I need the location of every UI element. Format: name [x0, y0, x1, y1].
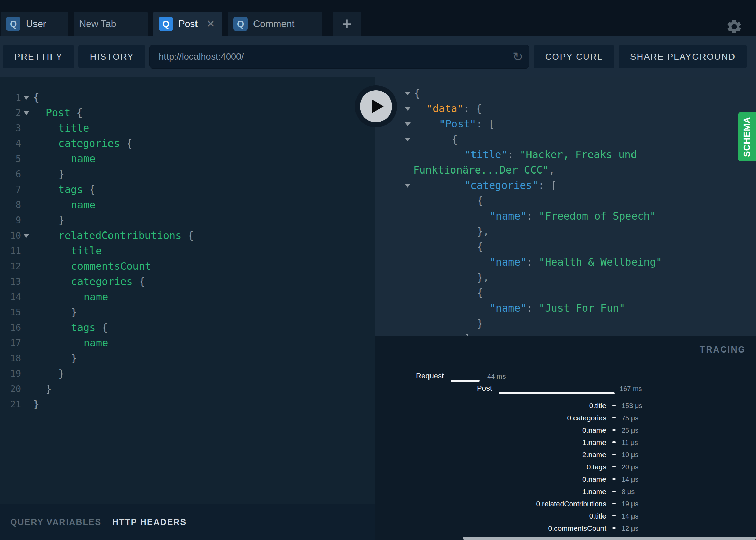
query-editor[interactable]: 1{2Post {3title4categories {5name6}7tags…: [0, 77, 375, 504]
response-code-line: "data": {: [375, 101, 756, 116]
line-number: 16: [0, 320, 21, 335]
query-code-line: 13categories {: [0, 274, 375, 289]
tracing-row-field: 1.name: [375, 487, 606, 496]
chevron-down-icon[interactable]: [405, 107, 411, 111]
chevron-down-icon[interactable]: [405, 138, 411, 141]
tracing-row-field: 2.name: [375, 451, 606, 459]
line-number: 3: [0, 120, 21, 136]
response-code-line: ]: [375, 331, 756, 336]
response-pane: {"data": {"Post": [{"title": "Hacker, Fr…: [375, 77, 756, 336]
chevron-down-icon[interactable]: [23, 234, 29, 238]
http-headers-tab[interactable]: HTTP HEADERS: [112, 517, 187, 527]
tracing-row-duration-bar: [612, 429, 616, 431]
tracing-row-time: 14 μs: [622, 512, 638, 520]
line-number: 9: [0, 212, 21, 228]
tracing-row-duration-bar: [612, 515, 616, 516]
tracing-row-time: 14 μs: [622, 476, 638, 483]
tracing-row-duration-bar: [612, 478, 616, 480]
query-code-line: 17name: [0, 335, 375, 350]
line-number: 5: [0, 151, 21, 166]
settings-gear-icon[interactable]: [726, 18, 743, 35]
query-variables-tab[interactable]: QUERY VARIABLES: [10, 517, 101, 527]
graphql-playground-window: QUserNew TabQPost✕QComment+ PRETTIFY HIS…: [0, 0, 756, 540]
query-code-line: 14name: [0, 289, 375, 304]
line-number: 2: [0, 105, 21, 120]
query-code-line: 20}: [0, 381, 375, 396]
tracing-row-time: 25 μs: [622, 426, 638, 434]
tracing-row-time: 19 μs: [622, 500, 638, 508]
history-button[interactable]: HISTORY: [78, 45, 146, 68]
chevron-down-icon[interactable]: [405, 122, 411, 126]
tracing-row-duration-bar: [612, 441, 616, 443]
query-badge: Q: [233, 17, 248, 31]
response-code-line: "name": "Just For Fun": [375, 300, 756, 316]
line-number: 18: [0, 350, 21, 366]
query-code-line: 8name: [0, 197, 375, 212]
query-code-line: 11title: [0, 243, 375, 258]
tab-label: User: [26, 18, 46, 29]
tab-label: Comment: [253, 18, 294, 29]
tracing-row-time: 11 μs: [622, 439, 638, 447]
query-code-line: 2Post {: [0, 105, 375, 120]
tracing-row-field: 0.categories: [375, 414, 606, 422]
tracing-row-field: 0.title: [375, 402, 606, 410]
copy-curl-button[interactable]: COPY CURL: [534, 45, 614, 68]
line-number: 10: [0, 228, 21, 243]
play-icon: [372, 99, 384, 114]
query-code-line: 10relatedContributions {: [0, 228, 375, 243]
tracing-row-duration-bar: [612, 417, 616, 418]
tracing-row-duration-bar: [612, 527, 616, 529]
query-code-line: 16tags {: [0, 320, 375, 335]
share-playground-button[interactable]: SHARE PLAYGROUND: [619, 45, 747, 68]
response-code-line: "categories": [: [375, 178, 756, 193]
tab-comment[interactable]: QComment: [228, 12, 322, 36]
tab-post[interactable]: QPost✕: [153, 12, 222, 36]
horizontal-scrollbar[interactable]: [463, 537, 756, 540]
toolbar: PRETTIFY HISTORY ↺ COPY CURL SHARE PLAYG…: [0, 36, 756, 77]
execute-query-button[interactable]: [355, 85, 397, 127]
close-icon[interactable]: ✕: [206, 19, 215, 29]
tracing-row-duration-bar: [612, 405, 616, 406]
line-number: 4: [0, 136, 21, 151]
tracing-row-field: 0.commentsCount: [375, 524, 606, 532]
query-code-line: 9}: [0, 212, 375, 228]
prettify-button[interactable]: PRETTIFY: [3, 45, 74, 68]
tracing-row-time: 8 μs: [622, 488, 635, 496]
response-code-line: "Post": [: [375, 116, 756, 132]
query-code-line: 12commentsCount: [0, 258, 375, 274]
bottom-bar: QUERY VARIABLES HTTP HEADERS: [0, 504, 375, 540]
tracing-row-field: 1.name: [375, 438, 606, 447]
schema-side-tab[interactable]: SCHEMA: [738, 112, 756, 161]
line-number: 17: [0, 335, 21, 350]
tracing-row-time: 12 μs: [622, 525, 638, 532]
query-code-line: 4categories {: [0, 136, 375, 151]
response-code-line: },: [375, 270, 756, 285]
tab-new-tab[interactable]: New Tab: [74, 12, 148, 36]
tracing-row-time: 10 μs: [622, 451, 638, 459]
tab-bar: QUserNew TabQPost✕QComment+: [0, 0, 756, 36]
query-code-line: 3title: [0, 120, 375, 136]
endpoint-url-bar: ↺: [149, 45, 529, 69]
chevron-down-icon[interactable]: [405, 184, 411, 188]
tab-user[interactable]: QUser: [1, 12, 68, 36]
line-number: 20: [0, 381, 21, 396]
chevron-down-icon[interactable]: [405, 92, 411, 95]
tracing-row-duration-bar: [612, 454, 616, 455]
response-code-line: "name": "Health & Wellbeing": [375, 254, 756, 270]
response-code-line: },: [375, 224, 756, 239]
chevron-down-icon[interactable]: [23, 96, 29, 100]
reload-icon[interactable]: ↺: [513, 50, 523, 64]
new-tab-plus-button[interactable]: +: [333, 12, 361, 36]
response-code-line: {: [375, 285, 756, 300]
tab-label: New Tab: [79, 18, 116, 29]
tracing-row-field: 0.relatedContributions: [375, 500, 606, 508]
query-code-line: 5name: [0, 151, 375, 166]
response-code-line: Funktionäre...Der CCC",: [375, 162, 756, 178]
query-code-line: 7tags {: [0, 182, 375, 197]
tracing-panel: TRACING Request 44 ms Post 167 ms 0.titl…: [375, 336, 756, 540]
line-number: 19: [0, 366, 21, 381]
query-code-line: 6}: [0, 166, 375, 182]
line-number: 15: [0, 304, 21, 320]
endpoint-url-input[interactable]: [150, 51, 463, 62]
chevron-down-icon[interactable]: [23, 111, 29, 115]
